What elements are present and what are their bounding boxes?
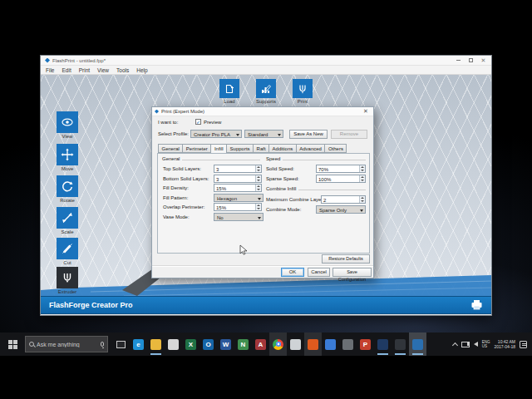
spinner-buttons[interactable]: [255, 204, 261, 210]
profile-select[interactable]: Creator Pro PLA: [190, 130, 242, 138]
taskbar-icon-app-light[interactable]: [287, 332, 304, 356]
overlap-perimeter-input[interactable]: 15%: [214, 203, 262, 211]
menu-print[interactable]: Print: [79, 67, 90, 73]
spinner-buttons[interactable]: [359, 175, 365, 182]
sidebar-item-move[interactable]: Move: [49, 144, 86, 171]
preview-checkbox[interactable]: [195, 119, 201, 125]
close-button[interactable]: ✕: [477, 56, 490, 65]
clock[interactable]: 10:42 AM 2017-04-18: [494, 339, 515, 350]
quality-select[interactable]: Standard: [244, 130, 283, 138]
taskbar-icon-running-app[interactable]: [392, 332, 409, 356]
sidebar-item-cut[interactable]: Cut: [49, 238, 86, 265]
cancel-button[interactable]: Cancel: [308, 268, 330, 277]
save-configuration-button[interactable]: Save Configuration: [332, 268, 372, 277]
spinner-buttons[interactable]: [255, 165, 261, 172]
solid-speed-input[interactable]: 70%: [316, 165, 366, 173]
store-icon: [168, 339, 179, 350]
taskbar-icon-excel[interactable]: X: [182, 332, 200, 356]
group-speed: Speed: [266, 156, 366, 161]
search-placeholder: Ask me anything: [37, 342, 98, 347]
spinner-buttons[interactable]: [255, 185, 261, 191]
taskbar-icon-app-multicolor[interactable]: [339, 332, 357, 356]
app-multicolor-icon: [342, 339, 353, 350]
sparse-speed-input[interactable]: 100%: [316, 175, 366, 183]
ok-button[interactable]: OK: [281, 268, 304, 277]
spinner-buttons[interactable]: [359, 196, 365, 203]
supports-button[interactable]: Supports: [252, 79, 280, 104]
taskbar-icon-word[interactable]: W: [217, 332, 234, 356]
spinner-buttons[interactable]: [359, 165, 365, 172]
solid-speed-label: Solid Speed:: [266, 165, 294, 173]
taskbar-icon-app-navy[interactable]: [374, 332, 392, 356]
print-button[interactable]: Print: [288, 79, 317, 104]
tab-raft[interactable]: Raft: [253, 144, 268, 153]
menu-tools[interactable]: Tools: [116, 67, 129, 73]
menu-file[interactable]: File: [46, 67, 54, 73]
sidebar-item-extruder[interactable]: Extruder: [49, 267, 86, 294]
tab-additions[interactable]: Additions: [268, 144, 296, 153]
tab-perimeter[interactable]: Perimeter: [182, 144, 210, 153]
top-solid-layers-input[interactable]: 3: [214, 165, 262, 173]
taskbar-icon-store[interactable]: [165, 332, 182, 356]
tab-general[interactable]: General: [158, 144, 182, 153]
taskbar-icon-access[interactable]: A: [252, 332, 269, 356]
task-view-button[interactable]: [111, 332, 130, 356]
taskbar-icon-powerpoint[interactable]: P: [357, 332, 374, 356]
window-titlebar: FlashPrint - untitled.fpp* ✕: [41, 56, 491, 66]
sidebar-item-view[interactable]: View: [49, 111, 86, 139]
tab-others[interactable]: Others: [324, 144, 347, 153]
search-input[interactable]: Ask me anything: [25, 336, 108, 352]
language-indicator[interactable]: ENGUS: [482, 340, 490, 349]
combine-mode-select[interactable]: Sparse Only: [316, 205, 366, 214]
mouse-cursor: [239, 244, 248, 256]
top-solid-layers-label: Top Solid Layers:: [163, 165, 201, 173]
fill-density-input[interactable]: 15%: [214, 184, 262, 192]
save-as-new-button[interactable]: Save As New: [289, 130, 328, 139]
scale-icon: [61, 211, 74, 224]
menu-help[interactable]: Help: [136, 67, 147, 73]
menu-edit[interactable]: Edit: [62, 67, 71, 73]
notifications-icon[interactable]: [520, 341, 527, 348]
sidebar-item-scale[interactable]: Scale: [49, 207, 86, 234]
start-button[interactable]: [0, 332, 25, 356]
fill-pattern-select[interactable]: Hexagon: [214, 194, 264, 202]
volume-icon[interactable]: [474, 342, 478, 347]
max-combine-layers-input[interactable]: 2: [321, 195, 366, 204]
tab-advanced[interactable]: Advanced: [296, 144, 325, 153]
excel-icon: X: [185, 339, 196, 350]
tab-supports[interactable]: Supports: [226, 144, 253, 153]
taskbar-icon-file-explorer[interactable]: [147, 332, 165, 356]
menu-view[interactable]: View: [97, 67, 109, 73]
taskbar-icon-outlook[interactable]: O: [200, 332, 217, 356]
vase-mode-select[interactable]: No: [214, 213, 264, 221]
chevron-down-icon: [258, 198, 261, 200]
taskbar-icon-app-blue[interactable]: [322, 332, 339, 356]
tray-expand-icon[interactable]: [452, 342, 458, 347]
taskbar-icon-onenote[interactable]: N: [234, 332, 252, 356]
microphone-icon[interactable]: [101, 342, 104, 347]
access-icon: A: [255, 339, 266, 350]
spinner-buttons[interactable]: [255, 175, 261, 182]
bottom-solid-layers-input[interactable]: 3: [214, 175, 262, 183]
dialog-close-icon[interactable]: ✕: [361, 108, 371, 115]
maximize-button[interactable]: [465, 56, 477, 65]
load-icon: [224, 83, 235, 95]
sparse-speed-label: Sparse Speed:: [266, 175, 299, 183]
taskbar-icon-app-orange[interactable]: [304, 332, 322, 356]
load-button[interactable]: Load: [215, 79, 244, 104]
taskbar-icon-chrome[interactable]: [269, 332, 287, 356]
taskbar-icon-edge[interactable]: e: [130, 332, 147, 356]
extruder-icon: [61, 271, 74, 284]
minimize-button[interactable]: [452, 56, 465, 65]
running-app-icon: [395, 339, 406, 350]
main-toolbar: Load Supports Print: [41, 79, 491, 104]
sidebar-item-rotate[interactable]: Rotate: [49, 175, 86, 203]
taskbar-icon-flashprint[interactable]: [409, 332, 426, 356]
restore-defaults-button[interactable]: Restore Defaults: [322, 254, 370, 264]
chevron-down-icon: [258, 217, 261, 219]
vase-mode-label: Vase Mode:: [163, 213, 190, 221]
print-icon: [297, 83, 308, 95]
remove-button[interactable]: Remove: [331, 130, 367, 139]
task-view-icon: [116, 341, 126, 348]
powerpoint-icon: P: [360, 339, 371, 350]
